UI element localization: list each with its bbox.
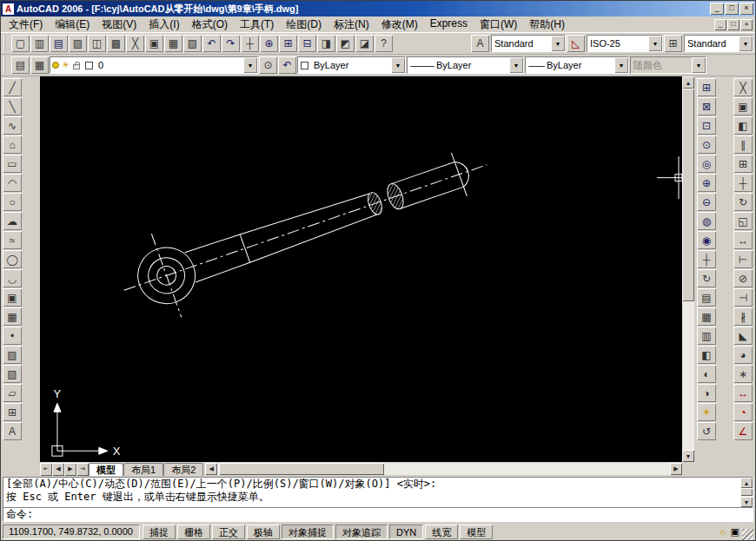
rotate-button[interactable]: ↻ [733, 193, 753, 211]
scroll-left-button[interactable]: ◀ [205, 463, 217, 475]
command-scroll-thumb[interactable] [740, 488, 753, 496]
minimize-button[interactable]: _ [710, 3, 724, 15]
lengthen-button[interactable]: ⊢ [733, 250, 753, 268]
zoom-window-button[interactable]: ⊞ [279, 35, 297, 52]
lineweight-combo-arrow[interactable]: ▼ [614, 57, 628, 73]
zoom-object-button[interactable]: ◎ [697, 155, 716, 173]
view-iso-button[interactable]: ◧ [697, 346, 716, 364]
layer-properties-button[interactable]: ▤ [11, 56, 30, 74]
linetype-combo-arrow[interactable]: ▼ [509, 57, 523, 73]
region-button[interactable]: ▱ [3, 384, 22, 402]
command-input-line[interactable]: 命令: [3, 507, 753, 521]
tab-model[interactable]: 模型 [89, 463, 123, 476]
fillet-button[interactable]: ◕ [733, 346, 753, 364]
publish-button[interactable]: ▩ [107, 35, 125, 52]
command-scrollbar[interactable]: ▲ ▼ [740, 478, 753, 507]
plot-button[interactable]: ▨ [69, 35, 87, 52]
copy-object-button[interactable]: ▣ [733, 97, 753, 115]
make-block-button[interactable]: ▦ [3, 307, 22, 326]
zoom-window-tool-button[interactable]: ⊞ [697, 78, 716, 96]
scale-button[interactable]: ◱ [733, 212, 753, 230]
rectangle-button[interactable]: ▭ [3, 155, 22, 173]
lineweight-toggle[interactable]: 线宽 [425, 525, 458, 539]
erase-button[interactable]: ╳ [733, 78, 753, 96]
restore-button[interactable]: □ [725, 3, 739, 15]
ellipse-button[interactable]: ◯ [3, 250, 22, 268]
resize-grip[interactable] [742, 529, 753, 540]
designcenter-button[interactable]: ◩ [336, 35, 355, 52]
vscroll-track[interactable] [682, 89, 694, 450]
polar-toggle[interactable]: 极轴 [247, 525, 280, 539]
cut-button[interactable]: ╳ [126, 35, 144, 52]
doc-close-button[interactable]: × [740, 19, 753, 30]
point-button[interactable]: • [3, 327, 22, 345]
break-button[interactable]: ∦ [733, 307, 753, 326]
scroll-down-button[interactable]: ▼ [682, 450, 694, 462]
table-style-combo-arrow[interactable]: ▼ [739, 36, 753, 51]
menu-item[interactable]: 编辑(E) [49, 16, 96, 34]
color-combo[interactable]: ByLayer ▼ [297, 56, 406, 74]
table-style-button[interactable]: ⊞ [664, 35, 682, 52]
pan-button[interactable]: ┼ [241, 35, 259, 52]
qnew-button[interactable]: ▢ [11, 35, 30, 52]
menu-item[interactable]: 工具(T) [234, 16, 280, 34]
layer-previous-button[interactable]: ↶ [278, 56, 296, 74]
dim-radius-button[interactable]: ◔ [733, 403, 753, 421]
dim-linear-button[interactable]: ↔ [733, 384, 753, 402]
stretch-button[interactable]: ↔ [733, 231, 753, 249]
gradient-button[interactable]: ▧ [3, 365, 22, 383]
revcloud-button[interactable]: ☁ [3, 212, 22, 230]
menu-item[interactable]: 文件(F) [3, 16, 49, 34]
array-button[interactable]: ⊞ [733, 155, 753, 173]
hscroll-track[interactable] [217, 463, 670, 475]
doc-restore-button[interactable]: □ [727, 19, 739, 30]
zoom-realtime-button[interactable]: ⊕ [260, 35, 278, 52]
dim-style-combo-arrow[interactable]: ▼ [648, 36, 662, 51]
color-combo-arrow[interactable]: ▼ [391, 57, 405, 73]
mirror-button[interactable]: ◧ [733, 116, 753, 135]
paste-button[interactable]: ▦ [164, 35, 182, 52]
copy-button[interactable]: ▣ [145, 35, 163, 52]
named-views-button[interactable]: ▤ [697, 288, 716, 307]
table-style-combo[interactable]: Standard ▼ [684, 35, 753, 52]
menu-item[interactable]: 标注(N) [328, 16, 375, 34]
menu-item[interactable]: 窗口(W) [474, 16, 523, 34]
zoom-out-button[interactable]: ⊖ [697, 193, 716, 211]
zoom-previous-button[interactable]: ⊟ [298, 35, 316, 52]
render-button[interactable]: ☀ [697, 403, 716, 421]
menu-item[interactable]: 视图(V) [96, 16, 143, 34]
match-properties-button[interactable]: ▧ [183, 35, 202, 52]
dim-style-combo[interactable]: ISO-25 ▼ [587, 35, 663, 52]
zoom-center-button[interactable]: ⊙ [697, 135, 716, 154]
lineweight-combo[interactable]: —— ByLayer ▼ [525, 56, 629, 74]
otrack-toggle[interactable]: 对象追踪 [335, 525, 388, 539]
drawing-canvas[interactable]: Y X [40, 76, 682, 462]
communication-center-icon[interactable]: ☼ [719, 527, 727, 537]
trim-button[interactable]: ⊘ [733, 269, 753, 287]
hide-button[interactable]: ◑ [697, 384, 716, 402]
dim-style-button[interactable]: ◺ [567, 35, 585, 52]
orbit-button[interactable]: ↻ [697, 269, 716, 287]
menu-item[interactable]: 绘图(D) [280, 16, 328, 34]
vscroll-thumb[interactable] [682, 89, 694, 301]
close-button[interactable]: × [739, 3, 753, 15]
view-front-button[interactable]: ▥ [697, 327, 716, 345]
coordinates-readout[interactable]: 1109.1700, 749.8732, 0.0000 [3, 525, 140, 539]
spline-button[interactable]: ≈ [3, 231, 22, 249]
prev-tab-button[interactable]: ◀ [52, 463, 64, 476]
ortho-toggle[interactable]: 正交 [212, 525, 245, 539]
toolbar-grip[interactable] [3, 56, 8, 74]
zoom-all-button[interactable]: ◍ [697, 212, 716, 230]
insert-block-button[interactable]: ▣ [3, 288, 22, 307]
view-top-button[interactable]: ▦ [697, 307, 716, 326]
text-style-combo[interactable]: Standard ▼ [491, 35, 566, 52]
command-scroll-up-button[interactable]: ▲ [740, 478, 753, 488]
plot-preview-button[interactable]: ◫ [88, 35, 106, 52]
open-button[interactable]: ▥ [30, 35, 49, 52]
tab-layout2[interactable]: 布局2 [163, 463, 203, 476]
text-style-combo-arrow[interactable]: ▼ [551, 36, 565, 51]
model-space-toggle[interactable]: 模型 [460, 525, 493, 539]
dyn-toggle[interactable]: DYN [389, 525, 423, 539]
command-scroll-down-button[interactable]: ▼ [740, 497, 753, 507]
table-button[interactable]: ⊞ [3, 403, 22, 421]
